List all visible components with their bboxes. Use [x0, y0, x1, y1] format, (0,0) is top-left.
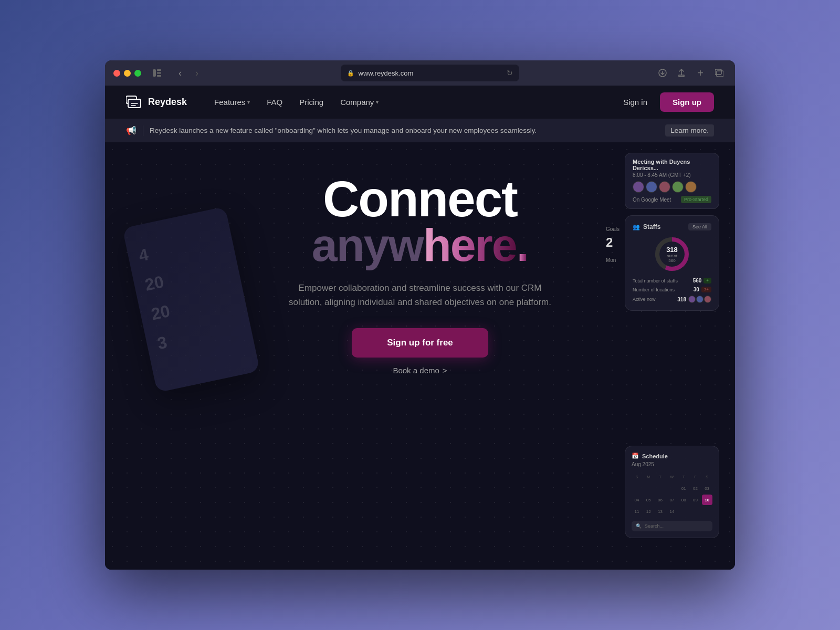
stat-row-active: Active now 318	[633, 296, 711, 303]
cal-header-mon: M	[643, 471, 654, 482]
meeting-card: Meeting with Duyens Dericss... 8:00 - 8:…	[625, 153, 719, 209]
staff-stats: Total number of staffs 560 + Number of l…	[633, 278, 711, 303]
goals-value: 2	[606, 235, 620, 250]
meeting-title: Meeting with Duyens Dericss...	[633, 159, 711, 171]
cal-day-empty-3	[655, 483, 666, 494]
schedule-month: Aug 2025	[632, 461, 712, 467]
stat-row-locations: Number of locations 30 7+	[633, 287, 711, 292]
svg-rect-1	[157, 69, 161, 71]
logo-area[interactable]: Reydesk	[126, 95, 187, 110]
stat-num-total: 560	[693, 278, 702, 284]
card-num-3: 20	[150, 288, 236, 324]
back-button[interactable]: ‹	[173, 66, 187, 80]
cal-day-8[interactable]: 08	[678, 495, 689, 505]
left-floating-card: 4 20 20 3 Team Progress	[122, 206, 260, 393]
nav-company[interactable]: Company ▾	[334, 94, 385, 110]
hero-title-connect: Connect	[289, 174, 551, 224]
card-label: Team Progress	[169, 377, 252, 393]
address-bar[interactable]: 🔒 www.reydesk.com ↻	[341, 65, 519, 81]
avatar-5	[685, 181, 697, 193]
staff-header: 👥 Staffs See All	[633, 223, 711, 230]
schedule-widget: 📅 Schedule Aug 2025 S M T W T F S	[625, 446, 719, 538]
hero-subtitle: Empower collaboration and streamline suc…	[289, 281, 551, 309]
close-traffic-light[interactable]	[113, 70, 120, 77]
cal-day-13[interactable]: 13	[655, 506, 666, 517]
see-all-button[interactable]: See All	[688, 223, 711, 230]
share-icon[interactable]	[674, 66, 689, 80]
meeting-avatars	[633, 181, 711, 193]
download-icon[interactable]	[655, 66, 670, 80]
svg-rect-6	[717, 71, 723, 77]
cal-day-1[interactable]: 01	[678, 483, 689, 494]
cal-day-4[interactable]: 04	[632, 495, 642, 505]
cal-day-3[interactable]: 03	[702, 483, 712, 494]
logo-text: Reydesk	[148, 97, 187, 108]
anywhere-light-text: here	[423, 219, 517, 271]
schedule-header: 📅 Schedule	[632, 453, 712, 459]
active-avatar-3	[704, 296, 711, 303]
cal-day-2[interactable]: 02	[690, 483, 700, 494]
minimize-traffic-light[interactable]	[124, 70, 131, 77]
stat-badge-total: +	[704, 278, 711, 284]
cal-day-5[interactable]: 05	[643, 495, 654, 505]
signin-button[interactable]: Sign in	[615, 93, 656, 111]
stat-label-locations: Number of locations	[633, 287, 675, 292]
tabs-icon[interactable]	[712, 66, 727, 80]
features-dropdown-arrow: ▾	[247, 99, 250, 105]
card-num-2: 20	[143, 258, 229, 295]
calendar-grid: S M T W T F S 01 02 03 04	[632, 471, 712, 517]
stat-value-total: 560 +	[693, 278, 711, 284]
search-widget-placeholder: Search...	[645, 523, 664, 529]
signup-free-button[interactable]: Sign up for free	[352, 328, 488, 358]
card-content: 4 20 20 3 Team Progress	[137, 229, 252, 393]
cal-day-7[interactable]: 07	[667, 495, 677, 505]
maximize-traffic-light[interactable]	[134, 70, 141, 77]
schedule-title: Schedule	[642, 453, 668, 459]
cal-day-empty-1	[632, 483, 642, 494]
hero-cta: Sign up for free Book a demo >	[289, 328, 551, 375]
cal-day-11[interactable]: 11	[632, 506, 642, 517]
donut-number: 318	[663, 246, 681, 254]
staff-icon: 👥	[633, 224, 640, 230]
lock-icon: 🔒	[347, 70, 354, 77]
cal-day-9[interactable]: 09	[690, 495, 700, 505]
announcement-text: Reydesk launches a new feature called "o…	[150, 127, 659, 134]
search-widget-icon: 🔍	[636, 523, 642, 529]
cal-header-fri: F	[690, 471, 700, 482]
donut-container: 318 out of 560	[633, 236, 711, 272]
signup-button[interactable]: Sign up	[660, 92, 714, 112]
traffic-lights	[113, 70, 141, 77]
company-dropdown-arrow: ▾	[376, 99, 379, 105]
logo-icon	[126, 95, 143, 110]
avatar-2	[646, 181, 657, 193]
announcement-divider	[143, 125, 143, 136]
goals-label: Goals	[606, 226, 620, 232]
right-widgets: Meeting with Duyens Dericss... 8:00 - 8:…	[625, 153, 719, 311]
svg-rect-3	[157, 75, 161, 77]
nav-faq[interactable]: FAQ	[260, 94, 289, 110]
new-tab-icon[interactable]: +	[693, 66, 708, 80]
cal-day-empty-4	[667, 483, 677, 494]
join-button[interactable]: Pro-Started	[681, 196, 711, 203]
nav-features[interactable]: Features ▾	[208, 94, 256, 110]
browser-window: ‹ › 🔒 www.reydesk.com ↻ +	[105, 60, 735, 570]
nav-links: Features ▾ FAQ Pricing Company ▾	[208, 94, 385, 110]
nav-pricing[interactable]: Pricing	[293, 94, 330, 110]
hero-content: Connect anywhere. Empower collaboration …	[289, 174, 551, 375]
book-demo-link[interactable]: Book a demo >	[393, 366, 447, 375]
card-num-1: 4	[137, 229, 223, 266]
url-text: www.reydesk.com	[359, 69, 414, 77]
cal-day-6[interactable]: 06	[655, 495, 666, 505]
browser-nav-buttons: ‹ ›	[173, 66, 204, 80]
forward-button[interactable]: ›	[190, 66, 204, 80]
cal-day-10-today[interactable]: 10	[702, 495, 712, 505]
sidebar-toggle-button[interactable]	[150, 66, 164, 80]
cal-day-12[interactable]: 12	[643, 506, 654, 517]
stat-row-total: Total number of staffs 560 +	[633, 278, 711, 284]
learn-more-button[interactable]: Learn more.	[665, 124, 714, 136]
refresh-icon[interactable]: ↻	[507, 69, 513, 77]
donut-text: 318 out of 560	[663, 246, 681, 263]
hero-section: 4 20 20 3 Team Progress Meeting with Duy…	[105, 142, 735, 570]
cal-day-14[interactable]: 14	[667, 506, 677, 517]
search-bar-widget[interactable]: 🔍 Search...	[632, 521, 712, 531]
